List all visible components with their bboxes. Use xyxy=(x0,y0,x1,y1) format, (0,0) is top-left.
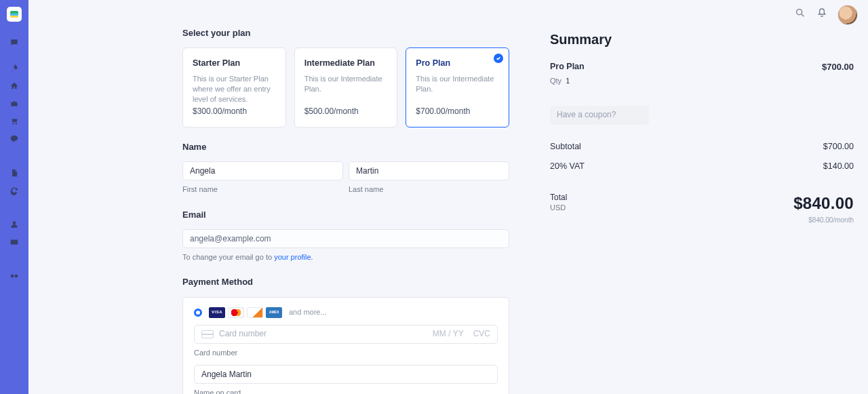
summary: Summary Pro Plan $700.00 Qty 1 Have a co… xyxy=(550,27,854,225)
plan-starter[interactable]: Starter Plan This is our Starter Plan wh… xyxy=(182,47,286,127)
app-logo[interactable] xyxy=(7,7,22,22)
nav-briefcase-icon[interactable] xyxy=(0,95,28,113)
check-icon xyxy=(494,54,503,63)
plan-desc: This is our Starter Plan where we offer … xyxy=(193,74,276,106)
plan-desc: This is our Intermediate Plan. xyxy=(416,74,499,106)
summary-vat: 20% VAT $140.00 xyxy=(550,161,854,173)
summary-subtotal: Subtotal $700.00 xyxy=(550,141,854,153)
name-heading: Name xyxy=(182,141,509,153)
summary-total: Total USD $840.00 $840.00/month xyxy=(550,192,854,226)
plan-price: $500.00/month xyxy=(304,106,388,117)
nav-home-icon[interactable] xyxy=(0,77,28,95)
card-number-input[interactable]: Card number MM / YY CVC xyxy=(194,325,498,344)
summary-item-price: $700.00 xyxy=(822,61,854,73)
last-name-input[interactable] xyxy=(349,161,509,180)
your-profile-link[interactable]: your profile. xyxy=(274,253,313,261)
nav-card-icon[interactable] xyxy=(0,233,28,251)
summary-total-label: Total xyxy=(550,192,567,203)
card-number-placeholder: Card number xyxy=(219,328,427,340)
nav-rocket-icon[interactable] xyxy=(0,60,28,77)
plan-title: Intermediate Plan xyxy=(304,58,388,70)
plan-intermediate[interactable]: Intermediate Plan This is our Intermedia… xyxy=(294,47,398,127)
first-name-input[interactable] xyxy=(182,161,343,180)
radio-selected-icon[interactable] xyxy=(194,309,202,317)
nav-document-icon[interactable] xyxy=(0,164,28,182)
coupon-placeholder: Have a coupon? xyxy=(557,109,616,121)
summary-item-name: Pro Plan xyxy=(550,61,585,73)
card-generic-icon xyxy=(201,330,214,338)
summary-total-amount: $840.00 xyxy=(793,192,854,215)
plans-heading: Select your plan xyxy=(182,27,509,39)
sidebar xyxy=(0,0,28,394)
name-on-card-input[interactable] xyxy=(194,365,498,384)
email-heading: Email xyxy=(182,209,509,221)
plan-title: Pro Plan xyxy=(416,58,499,70)
nav-chat-icon[interactable] xyxy=(0,130,28,148)
coupon-input[interactable]: Have a coupon? xyxy=(550,106,649,125)
plan-title: Starter Plan xyxy=(193,58,276,70)
discover-icon xyxy=(247,307,263,318)
summary-qty: Qty 1 xyxy=(550,76,854,86)
first-name-label: First name xyxy=(182,184,343,195)
summary-total-sub: $840.00/month xyxy=(793,216,854,225)
payment-heading: Payment Method xyxy=(182,276,509,288)
last-name-label: Last name xyxy=(349,184,509,195)
accepted-cards xyxy=(209,307,282,318)
mastercard-icon xyxy=(228,307,244,318)
nav-cart-icon[interactable] xyxy=(0,113,28,130)
card-number-label: Card number xyxy=(194,348,498,358)
amex-icon xyxy=(266,307,282,318)
plan-price: $300.00/month xyxy=(193,106,276,117)
nav-handshake-icon[interactable] xyxy=(0,267,28,285)
plan-desc: This is our Intermediate Plan. xyxy=(304,74,388,106)
summary-total-currency: USD xyxy=(550,203,567,213)
payment-box: and more... Card number MM / YY CVC Card… xyxy=(182,297,509,394)
card-cvc-placeholder: CVC xyxy=(473,328,490,340)
plan-pro[interactable]: Pro Plan This is our Intermediate Plan. … xyxy=(406,47,509,127)
email-help: To change your email go to your profile. xyxy=(182,252,509,262)
summary-item-row: Pro Plan $700.00 xyxy=(550,61,854,73)
visa-icon xyxy=(209,307,225,318)
name-on-card-label: Name on card xyxy=(194,388,498,394)
main: Select your plan Starter Plan This is ou… xyxy=(28,0,868,394)
card-expiry-placeholder: MM / YY xyxy=(433,328,464,340)
nav-inbox-icon[interactable] xyxy=(0,34,28,52)
payment-option-card[interactable]: and more... xyxy=(194,307,498,318)
plan-price: $700.00/month xyxy=(416,106,499,117)
email-input[interactable] xyxy=(182,229,509,248)
nav-user-icon[interactable] xyxy=(0,216,28,233)
plans-row: Starter Plan This is our Starter Plan wh… xyxy=(182,47,509,127)
and-more-label: and more... xyxy=(289,307,327,317)
summary-heading: Summary xyxy=(550,30,854,49)
nav-refresh-icon[interactable] xyxy=(0,182,28,199)
